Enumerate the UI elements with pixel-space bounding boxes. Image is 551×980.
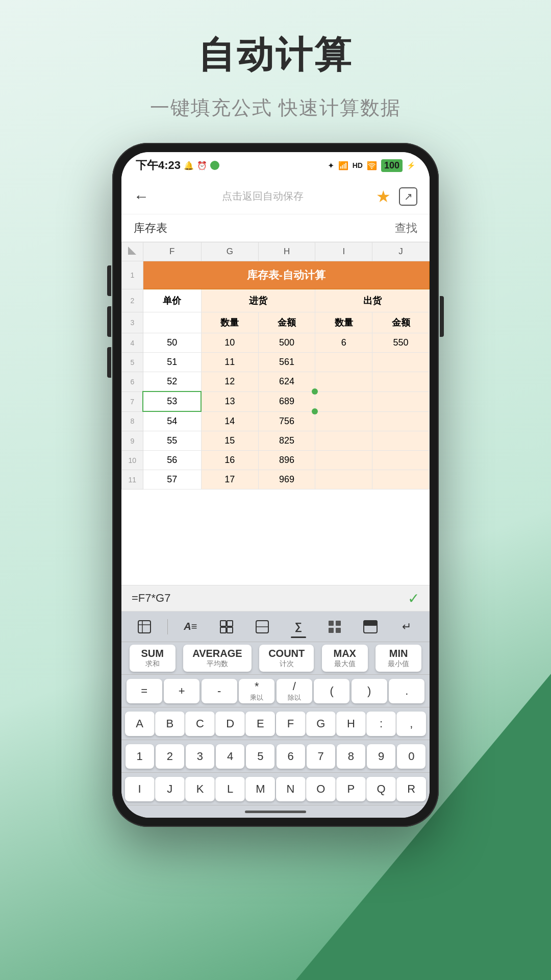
- key-M[interactable]: M: [245, 777, 275, 801]
- format-table-icon[interactable]: [131, 616, 158, 638]
- max-button[interactable]: MAX 最大值: [322, 645, 368, 672]
- equals-button[interactable]: =: [127, 679, 162, 703]
- key-K[interactable]: K: [185, 777, 215, 801]
- key-C[interactable]: C: [185, 712, 215, 736]
- bluetooth-icon: ✦: [328, 161, 334, 170]
- table-row[interactable]: 4 50 10 500 6 550: [122, 333, 430, 353]
- plus-button[interactable]: +: [164, 679, 199, 703]
- cell-单价[interactable]: 单价: [143, 289, 201, 312]
- cell-金额-out[interactable]: 金额: [372, 312, 430, 333]
- dot-button[interactable]: .: [389, 679, 424, 703]
- formula-confirm-button[interactable]: ✓: [408, 590, 419, 607]
- cell-数量-in[interactable]: 数量: [201, 312, 258, 333]
- key-A[interactable]: A: [125, 712, 155, 736]
- key-1[interactable]: 1: [126, 744, 154, 769]
- formula-icon[interactable]: ∑: [285, 616, 312, 638]
- key-O[interactable]: O: [306, 777, 336, 801]
- sum-sub-label: 求和: [145, 659, 160, 669]
- page-title: 自动计算: [0, 31, 551, 80]
- grid-icon[interactable]: [213, 616, 240, 638]
- svg-rect-6: [220, 627, 226, 633]
- table-row[interactable]: 10 56 16 896: [122, 451, 430, 470]
- key-P[interactable]: P: [336, 777, 366, 801]
- average-button[interactable]: AVERAGE 平均数: [183, 645, 251, 672]
- row-num-1: 1: [122, 261, 143, 289]
- cell-出货[interactable]: 出货: [315, 289, 430, 312]
- col-header-H: H: [258, 242, 315, 261]
- cell-icon[interactable]: [249, 616, 276, 638]
- subheader-row: 2 单价 进货 出货: [122, 289, 430, 312]
- key-R[interactable]: R: [396, 777, 426, 801]
- count-button[interactable]: COUNT 计次: [259, 645, 314, 672]
- wifi-icon: 🛜: [367, 161, 377, 170]
- key-J[interactable]: J: [155, 777, 185, 801]
- app-nav: ← 点击返回自动保存 ★ ↗: [121, 179, 430, 214]
- min-button[interactable]: MIN 最小值: [375, 645, 421, 672]
- table-row-selected[interactable]: 7 53 13 689: [122, 391, 430, 411]
- formula-bar[interactable]: =F7*G7 ✓: [121, 585, 430, 611]
- col-header-row: F G H I J: [122, 242, 430, 261]
- export-button[interactable]: ↗: [399, 187, 417, 206]
- minus-button[interactable]: -: [202, 679, 237, 703]
- table-row[interactable]: 6 52 12 624: [122, 372, 430, 392]
- svg-rect-10: [329, 621, 334, 626]
- symbol-row: = + - * 乘以 / 除以 ( ) .: [121, 675, 430, 707]
- key-9[interactable]: 9: [367, 744, 395, 769]
- insert-table-icon[interactable]: [357, 616, 384, 638]
- key-N[interactable]: N: [276, 777, 306, 801]
- status-time: 下午4:23: [136, 158, 181, 173]
- favorite-icon[interactable]: ★: [376, 187, 391, 206]
- table-row[interactable]: 5 51 11 561: [122, 353, 430, 372]
- key-colon[interactable]: :: [366, 712, 396, 736]
- key-7[interactable]: 7: [307, 744, 335, 769]
- formula-text: =F7*G7: [132, 592, 402, 605]
- key-L[interactable]: L: [215, 777, 245, 801]
- col-header-F: F: [143, 242, 201, 261]
- table-row[interactable]: 8 54 14 756: [122, 411, 430, 431]
- spreadsheet[interactable]: F G H I J 1 库存表-自动计算: [121, 242, 430, 585]
- key-G[interactable]: G: [306, 712, 336, 736]
- key-0[interactable]: 0: [397, 744, 425, 769]
- key-8[interactable]: 8: [337, 744, 365, 769]
- key-F[interactable]: F: [276, 712, 306, 736]
- col-header-J: J: [372, 242, 430, 261]
- average-sub-label: 平均数: [207, 659, 228, 669]
- key-H[interactable]: H: [336, 712, 366, 736]
- key-D[interactable]: D: [215, 712, 245, 736]
- count-sub-label: 计次: [280, 659, 294, 669]
- open-paren-button[interactable]: (: [314, 679, 349, 703]
- svg-rect-7: [227, 627, 233, 633]
- sheet-toolbar: 库存表 查找: [121, 214, 430, 242]
- cell-数量-out[interactable]: 数量: [315, 312, 372, 333]
- status-bar: 下午4:23 🔔 ⏰ ✦ 📶 HD 🛜 100 ⚡: [121, 152, 430, 179]
- col-header-I: I: [315, 242, 372, 261]
- key-6[interactable]: 6: [277, 744, 305, 769]
- key-2[interactable]: 2: [156, 744, 184, 769]
- back-button[interactable]: ←: [134, 188, 149, 205]
- key-comma[interactable]: ,: [396, 712, 426, 736]
- divide-button[interactable]: / 除以: [277, 679, 312, 703]
- table-row[interactable]: 9 55 15 825: [122, 431, 430, 451]
- key-E[interactable]: E: [245, 712, 275, 736]
- find-button[interactable]: 查找: [395, 220, 417, 236]
- phone-mockup: 下午4:23 🔔 ⏰ ✦ 📶 HD 🛜 100 ⚡ ← 点击返回自动保存: [112, 143, 439, 827]
- sum-button[interactable]: SUM 求和: [130, 645, 176, 672]
- lte-icon: HD: [353, 161, 363, 169]
- text-format-icon[interactable]: A≡: [177, 616, 204, 638]
- key-I[interactable]: I: [125, 777, 155, 801]
- cell-进货[interactable]: 进货: [201, 289, 315, 312]
- close-paren-button[interactable]: ): [352, 679, 387, 703]
- cell-empty-F3[interactable]: [143, 312, 201, 333]
- table-row[interactable]: 11 57 17 969: [122, 470, 430, 489]
- function-row: SUM 求和 AVERAGE 平均数 COUNT 计次 MAX 最大值 MIN: [121, 642, 430, 675]
- key-Q[interactable]: Q: [366, 777, 396, 801]
- keyboard-toolbar: A≡ ∑: [121, 611, 430, 642]
- key-4[interactable]: 4: [216, 744, 244, 769]
- cell-金额-in[interactable]: 金额: [258, 312, 315, 333]
- key-3[interactable]: 3: [186, 744, 214, 769]
- key-5[interactable]: 5: [246, 744, 274, 769]
- key-B[interactable]: B: [155, 712, 185, 736]
- return-icon[interactable]: ↵: [393, 616, 420, 638]
- apps-icon[interactable]: [321, 616, 348, 638]
- multiply-button[interactable]: * 乘以: [239, 679, 274, 703]
